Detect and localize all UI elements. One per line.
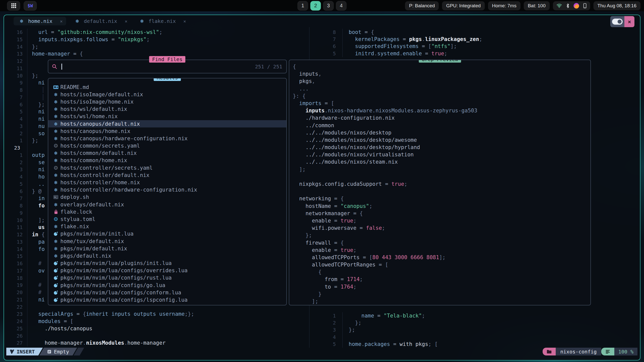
result-item[interactable]: ❄flake.nix [48,223,286,230]
result-item[interactable]: flake.lock [48,208,286,215]
result-item[interactable]: ❄pkgs/default.nix [48,252,286,259]
result-item[interactable]: ❄hosts/isoImage/default.nix [48,91,286,98]
result-item[interactable]: ⚙stylua.toml [48,215,286,223]
scroll-percent: 100 % [614,348,637,355]
window-close-button[interactable]: × [624,16,634,27]
preview-line: ../../modules/nixos/steam.nix [293,158,590,166]
result-label: hosts/controller/hardware-configuration.… [60,187,197,193]
tray-pill [553,1,590,10]
preview-line: allowedTCPPorts = [80 443 3000 6666 8081… [293,254,590,261]
result-item[interactable]: ❄hosts/common/home.nix [48,157,286,164]
result-item[interactable]: ❄hosts/wsl/default.nix [48,106,286,113]
preview-line: inputs, [293,70,590,78]
prompt-title: Find Files [149,56,185,63]
result-item[interactable]: pkgs/nvim/nvim/lua/configs/lspconfig.lua [48,296,286,303]
bluetooth-icon[interactable] [566,3,570,8]
result-item[interactable]: ❄overlays/default.nix [48,201,286,208]
result-item[interactable]: pkgs/nvim/nvim/lua/configs/go.lua [48,282,286,289]
result-label: hosts/isoImage/default.nix [60,92,143,98]
workspace-button-1[interactable]: 1 [298,1,308,11]
wifi-icon[interactable] [556,3,562,8]
phone-icon[interactable] [583,3,587,8]
close-icon: × [628,19,631,25]
toggle-button[interactable] [610,16,624,27]
result-label: hosts/controller/default.nix [60,172,149,178]
preview-panel: Grep Preview { inputs, pkgs, ...}: { imp… [289,60,591,305]
preview-line: enable = true; [293,247,590,254]
result-item[interactable]: ❄hosts/common/default.nix [48,150,286,157]
find-files-prompt[interactable]: Find Files 251 / 251 [48,60,287,73]
project-name: nixos-config [556,348,601,355]
result-item[interactable]: ❄hosts/canopus/hardware-configuration.ni… [48,135,286,142]
result-item[interactable]: ❄hosts/controller/hardware-configuration… [48,186,286,194]
result-label: pkgs/nvim/nvim/lua/configs/go.lua [60,282,165,288]
result-item[interactable]: ❄hosts/canopus/default.nix [48,120,286,127]
nix-file-icon: ❄ [51,121,60,127]
tab-close-icon[interactable]: × [183,19,186,24]
buffer-icon [47,350,51,354]
code-line: 4 [309,334,636,341]
project-label: nixos-config [560,349,597,355]
scroll-segment [601,348,614,355]
result-item[interactable]: >_deploy.sh [48,194,286,201]
result-item[interactable]: ❄hosts/controller/home.nix [48,179,286,186]
result-item[interactable]: ❄home/tux/default.nix [48,238,286,245]
shell-file-icon: >_ [53,195,58,199]
status-pills: P: BalancedGPU: IntegratedHome: 7msBat: … [405,1,550,10]
lua-file-icon [51,276,60,280]
result-label: hosts/common/home.nix [60,157,127,163]
tab-default.nix[interactable]: ❄default.nix× [69,17,131,25]
result-item[interactable]: ❄hosts/wsl/home.nix [48,113,286,120]
nix-file-icon: ❄ [73,18,82,24]
preview-line [293,188,590,195]
avatar-icon[interactable] [574,3,579,9]
result-item[interactable]: pkgs/nvim/nvim/lua/configs/rust.lua [48,274,286,282]
nix-file-icon: ❄ [51,253,60,259]
result-label: hosts/wsl/default.nix [60,106,127,112]
logo-button[interactable]: $W [24,1,37,11]
result-item[interactable]: pkgs/nvim/nvim/init.lua [48,230,286,238]
result-count: 251 / 251 [255,64,282,70]
tab-close-icon[interactable]: × [60,19,63,24]
preview-line [293,173,590,180]
nix-file-icon: ❄ [51,187,60,193]
tab-home.nix[interactable]: ❄home.nix× [14,17,66,25]
result-item[interactable]: ⚙hosts/common/secrets.yaml [48,142,286,150]
preview-line: ../../modules/nixos/desktop [293,129,590,137]
nix-file-icon: ❄ [51,92,60,97]
terminal-window: ❄home.nix×❄default.nix×❄flake.nix× × 16 … [4,15,640,360]
result-item[interactable]: ❄pkgs/nvim/default.nix [48,245,286,252]
tab-close-icon[interactable]: × [125,19,128,24]
results-title: Results [154,78,181,81]
result-item[interactable]: ❄hosts/canopus/home.nix [48,127,286,135]
result-item[interactable]: pkgs/nvim/nvim/lua/configs/overrides.lua [48,267,286,274]
code-line: 27 home-manager.nixosModules.home-manage… [8,339,308,347]
tab-flake.nix[interactable]: ❄flake.nix× [134,17,189,25]
lua-file-icon [51,232,60,236]
search-icon [52,64,57,69]
nix-file-icon: ❄ [51,202,60,207]
workspace-button-2[interactable]: 2 [310,1,321,11]
code-line: 15 inputs.nixpkgs.follows = "nixpkgs"; [8,36,308,43]
result-label: deploy.sh [60,194,89,200]
status-pill-0: P: Balanced [405,1,439,10]
preview-line: ]; [293,166,590,173]
result-item[interactable]: pkgs/nvim/nvim/lua/plugins/init.lua [48,260,286,267]
result-item[interactable]: ❄hosts/isoImage/home.nix [48,98,286,105]
status-pill-1: GPU: Integrated [442,1,485,10]
clock-pill: Thu Aug 08, 18:16 [593,1,640,10]
preview-line: ../../modules/nixos/desktop/hyprland [293,144,590,151]
clock-label: Thu Aug 08, 18:16 [597,3,636,9]
apps-launcher-button[interactable] [7,1,20,11]
workspace-button-3[interactable]: 3 [323,1,334,11]
workspace-button-4[interactable]: 4 [336,1,347,11]
preview-title: Grep Preview [419,60,461,63]
result-item[interactable]: README.md [48,83,286,91]
preview-line: networkmanager = { [293,210,590,217]
preview-line: } [293,291,590,298]
result-item[interactable]: ⚙hosts/controller/secrets.yaml [48,164,286,171]
result-item[interactable]: pkgs/nvim/nvim/lua/configs/conform.lua [48,289,286,296]
yaml-file-icon: ⚙ [51,143,60,149]
result-item[interactable]: ❄hosts/controller/default.nix [48,171,286,179]
preview-line: ./hardware-configuration.nix [293,114,590,122]
